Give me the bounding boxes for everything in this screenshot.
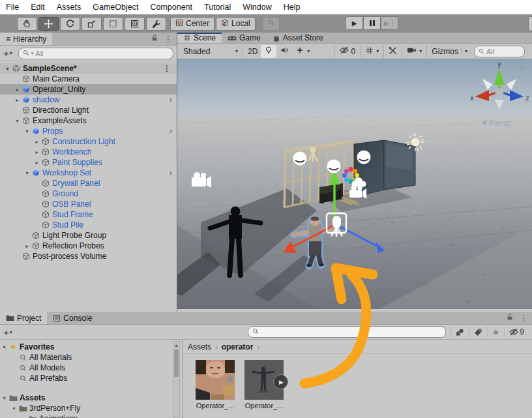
- draw-mode-dropdown[interactable]: Shaded ▾: [180, 45, 241, 58]
- gizmos-dropdown[interactable]: Gizmos ▾: [426, 45, 471, 58]
- project-folder-all-prefabs[interactable]: All Prefabs: [0, 373, 182, 383]
- hierarchy-search-input[interactable]: ▾ All: [18, 48, 173, 59]
- scene-camera-dropdown[interactable]: ▾: [402, 45, 425, 58]
- asset-filter-button[interactable]: [450, 326, 469, 338]
- rotate-tool-button[interactable]: [60, 17, 80, 31]
- foldout-closed-icon[interactable]: ▸: [13, 97, 22, 103]
- menu-tutorial[interactable]: Tutorial: [198, 0, 237, 14]
- scene-audio-button[interactable]: [276, 45, 292, 58]
- hierarchy-item-stud-frame[interactable]: Stud Frame: [0, 209, 177, 220]
- tab-game[interactable]: Game: [222, 33, 267, 43]
- step-button[interactable]: ▶❘: [381, 16, 398, 30]
- scene-effects-dropdown[interactable]: ▾: [292, 45, 313, 58]
- hierarchy-item-shadow[interactable]: ▸shadow›: [0, 95, 177, 105]
- project-hidden-button[interactable]: 9: [504, 326, 529, 338]
- foldout-open-icon[interactable]: ▾: [0, 344, 8, 350]
- grid-snap-button[interactable]: [262, 17, 280, 31]
- project-tree-scrollbar[interactable]: ▲: [173, 341, 180, 418]
- tab-asset-store[interactable]: Asset Store: [267, 33, 329, 43]
- sun-gizmo[interactable]: [406, 133, 424, 151]
- foldout-closed-icon[interactable]: ▸: [33, 160, 41, 166]
- hierarchy-item-operator-unity[interactable]: ▸Operator_Unity: [0, 84, 177, 95]
- asset-thumbnail-2[interactable]: ▶Operator_...: [244, 360, 284, 418]
- project-folder-assets[interactable]: ▾Assets: [0, 393, 182, 403]
- project-folder-3rdperson-fly[interactable]: ▾3rdPerson+Fly: [0, 403, 182, 413]
- hierarchy-item-stud-pile[interactable]: Stud Pile: [0, 220, 177, 230]
- kebab-menu-icon[interactable]: ⋮: [164, 35, 172, 43]
- play-button[interactable]: ▶: [346, 16, 363, 30]
- project-folder-all-models[interactable]: All Models: [0, 363, 182, 373]
- hierarchy-item-osb-panel[interactable]: OSB Panel: [0, 199, 177, 209]
- hierarchy-item-exampleassets[interactable]: ▾ExampleAssets: [0, 115, 177, 126]
- scrollbar-up-arrow[interactable]: ▲: [173, 342, 179, 349]
- breadcrumb-current[interactable]: operator: [222, 342, 254, 351]
- foldout-open-icon[interactable]: ▾: [23, 128, 31, 134]
- scene-grid-dropdown[interactable]: ▾: [360, 45, 382, 58]
- scrollbar-thumb[interactable]: [174, 350, 179, 377]
- lock-icon[interactable]: [506, 313, 514, 323]
- foldout-open-icon[interactable]: ▾: [0, 395, 8, 401]
- menu-edit[interactable]: Edit: [25, 0, 51, 14]
- hierarchy-item-directional-light[interactable]: Directional Light: [0, 105, 177, 115]
- move-tool-button[interactable]: [38, 17, 59, 31]
- tab-console[interactable]: Console: [47, 312, 98, 324]
- menu-component[interactable]: Component: [144, 0, 198, 14]
- pivot-center-button[interactable]: Center: [170, 17, 214, 31]
- toolbar-overflow-button[interactable]: [528, 16, 532, 31]
- project-folder-animations[interactable]: ▸Animations: [0, 413, 182, 418]
- foldout-closed-icon[interactable]: ▸: [20, 416, 28, 418]
- scene-tools-button[interactable]: [383, 45, 400, 58]
- lock-icon[interactable]: [151, 34, 158, 44]
- menu-window[interactable]: Window: [237, 0, 277, 14]
- breadcrumb-root[interactable]: Assets: [188, 342, 211, 351]
- hidden-objects-button[interactable]: 0: [334, 45, 359, 58]
- project-search-input[interactable]: [248, 326, 446, 338]
- foldout-closed-icon[interactable]: ▸: [33, 149, 41, 155]
- prefab-nav-icon[interactable]: ›: [170, 126, 177, 136]
- rect-tool-button[interactable]: [103, 17, 123, 31]
- kebab-menu-icon[interactable]: ⋮: [520, 314, 527, 322]
- foldout-open-icon[interactable]: ▾: [23, 170, 31, 176]
- foldout-open-icon[interactable]: ▾: [10, 406, 18, 411]
- custom-tool-button[interactable]: [146, 17, 166, 31]
- tab-hierarchy[interactable]: ≡ Hierarchy: [0, 33, 52, 45]
- transform-tool-button[interactable]: [125, 17, 145, 31]
- pause-button[interactable]: [363, 16, 381, 30]
- hierarchy-item-reflection-probes[interactable]: ▸Reflection Probes: [0, 241, 177, 251]
- hierarchy-item-paint-supplies[interactable]: ▸Paint Supplies: [0, 157, 177, 168]
- scene-viewport[interactable]: y x z Persp: [177, 59, 532, 312]
- foldout-open-icon[interactable]: ▾: [3, 66, 12, 72]
- project-folder-favorites[interactable]: ▾★Favorites: [0, 342, 182, 352]
- tab-project[interactable]: Project: [0, 312, 47, 324]
- kebab-icon[interactable]: ⋮: [163, 65, 177, 72]
- hierarchy-item-light-probe-group[interactable]: Light Probe Group: [0, 230, 177, 241]
- prefab-nav-icon[interactable]: ›: [170, 168, 177, 178]
- hierarchy-item-workbench[interactable]: ▸Workbench: [0, 147, 177, 157]
- foldout-closed-icon[interactable]: ▸: [33, 139, 41, 145]
- prefab-nav-icon[interactable]: ›: [170, 95, 177, 105]
- rotation-local-button[interactable]: Local: [216, 17, 256, 31]
- favorites-star-button[interactable]: ★: [487, 326, 505, 338]
- hierarchy-item-props[interactable]: ▾Props›: [0, 126, 177, 136]
- add-asset-button[interactable]: +▾: [3, 327, 12, 338]
- menu-help[interactable]: Help: [278, 0, 306, 14]
- scale-tool-button[interactable]: [81, 17, 102, 31]
- play-preview-button[interactable]: ▶: [273, 374, 288, 389]
- menu-file[interactable]: File: [0, 0, 25, 14]
- hierarchy-item-post-process-volume[interactable]: Post-process Volume: [0, 251, 177, 261]
- scene-search-input[interactable]: All: [474, 46, 525, 57]
- scene-lighting-button[interactable]: [261, 45, 276, 58]
- asset-thumbnail-1[interactable]: Operator_...: [196, 360, 235, 418]
- label-filter-button[interactable]: [469, 326, 487, 338]
- hierarchy-item-ground[interactable]: Ground: [0, 188, 177, 199]
- toggle-2d-button[interactable]: 2D: [243, 45, 261, 58]
- foldout-open-icon[interactable]: ▾: [13, 118, 22, 124]
- hand-tool-button[interactable]: [17, 17, 37, 31]
- hierarchy-item-construction-light[interactable]: ▸Construction Light: [0, 136, 177, 147]
- menu-assets[interactable]: Assets: [51, 0, 87, 14]
- hierarchy-item-workshop-set[interactable]: ▾Workshop Set›: [0, 168, 177, 178]
- tab-scene[interactable]: Scene: [177, 33, 222, 43]
- menu-gameobject[interactable]: GameObject: [87, 0, 144, 14]
- foldout-closed-icon[interactable]: ▸: [23, 243, 31, 249]
- project-folder-all-materials[interactable]: All Materials: [0, 352, 182, 363]
